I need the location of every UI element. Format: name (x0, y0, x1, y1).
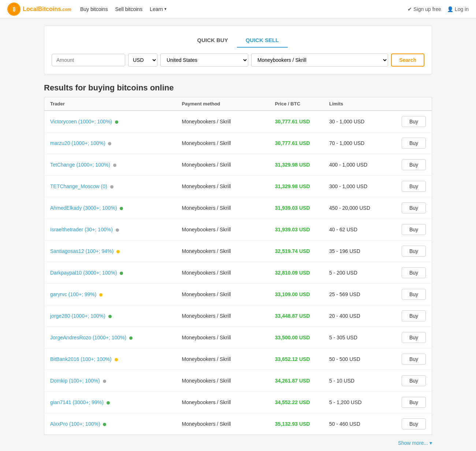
nav-sell-bitcoins[interactable]: Sell bitcoins (115, 6, 142, 12)
search-button[interactable]: Search (391, 53, 424, 67)
sign-up-button[interactable]: ✔ Sign up free (408, 6, 441, 12)
trader-cell: Victorycoen (1000+; 100%) (44, 111, 176, 133)
trader-link[interactable]: Domkip (100+; 100%) (50, 378, 100, 384)
price-cell: 30,777.61 USD (269, 133, 323, 154)
limits-cell: 50 - 500 USD (323, 348, 393, 370)
checkmark-icon: ✔ (408, 6, 412, 12)
buy-button[interactable]: Buy (402, 224, 426, 235)
price-cell: 33,448.87 USD (269, 305, 323, 327)
table-row: TetChange (1000+; 100%) Moneybookers / S… (44, 154, 432, 176)
logo: ₿ LocalBitcoins.com (7, 3, 71, 16)
limits-cell: 300 - 1,000 USD (323, 176, 393, 197)
action-cell: Buy (393, 284, 432, 305)
payment-cell: Moneybookers / Skrill (176, 219, 269, 241)
buy-button[interactable]: Buy (402, 246, 426, 257)
action-cell: Buy (393, 176, 432, 197)
nav-buy-bitcoins[interactable]: Buy bitcoins (80, 6, 108, 12)
header: ₿ LocalBitcoins.com Buy bitcoins Sell bi… (0, 0, 476, 18)
trader-status-dot (115, 358, 118, 361)
action-cell: Buy (393, 154, 432, 176)
amount-input[interactable] (52, 54, 125, 66)
main-content: QUICK BUY QUICK SELL USD EUR GBP BTC Uni… (37, 18, 439, 451)
trader-status-dot (115, 120, 118, 124)
trader-link[interactable]: Santiagosas12 (100+; 94%) (50, 248, 114, 254)
buy-button[interactable]: Buy (402, 375, 426, 386)
header-right: ✔ Sign up free 👤 Log in (408, 6, 469, 12)
buy-button[interactable]: Buy (402, 289, 426, 300)
table-row: jorge280 (1000+; 100%) Moneybookers / Sk… (44, 305, 432, 327)
trader-link[interactable]: AlxxPro (100+; 100%) (50, 421, 100, 427)
table-header: Trader Payment method Price / BTC Limits (44, 97, 432, 111)
table-row: Israelthetrader (30+; 100%) Moneybookers… (44, 219, 432, 241)
buy-button[interactable]: Buy (402, 181, 426, 192)
table-row: Santiagosas12 (100+; 94%) Moneybookers /… (44, 241, 432, 262)
buy-button[interactable]: Buy (402, 202, 426, 213)
trader-link[interactable]: jorge280 (1000+; 100%) (50, 313, 105, 319)
nav-learn[interactable]: Learn ▾ (150, 6, 167, 12)
trader-link[interactable]: Israelthetrader (30+; 100%) (50, 227, 113, 232)
trader-link[interactable]: garyrvc (100+; 99%) (50, 291, 96, 297)
chevron-down-icon: ▾ (164, 7, 167, 11)
trader-cell: JorgeAndresRozo (1000+; 100%) (44, 327, 176, 348)
trader-cell: garyrvc (100+; 99%) (44, 284, 176, 305)
trader-link[interactable]: JorgeAndresRozo (1000+; 100%) (50, 335, 126, 340)
buy-button[interactable]: Buy (402, 332, 426, 343)
trader-status-dot (103, 423, 106, 426)
search-box: QUICK BUY QUICK SELL USD EUR GBP BTC Uni… (44, 26, 432, 74)
trader-link[interactable]: marzu20 (1000+; 100%) (50, 140, 105, 146)
tab-quick-buy[interactable]: QUICK BUY (188, 33, 237, 48)
payment-cell: Moneybookers / Skrill (176, 176, 269, 197)
buy-button[interactable]: Buy (402, 354, 426, 365)
buy-button[interactable]: Buy (402, 138, 426, 149)
limits-cell: 50 - 460 USD (323, 413, 393, 435)
payment-cell: Moneybookers / Skrill (176, 348, 269, 370)
nav: Buy bitcoins Sell bitcoins Learn ▾ (80, 6, 408, 12)
payment-cell: Moneybookers / Skrill (176, 154, 269, 176)
payment-cell: Moneybookers / Skrill (176, 133, 269, 154)
buy-button[interactable]: Buy (402, 418, 426, 429)
trader-link[interactable]: BitBank2016 (100+; 100%) (50, 356, 112, 362)
buy-button[interactable]: Buy (402, 397, 426, 408)
trader-cell: AhmedElkady (3000+; 100%) (44, 197, 176, 219)
trader-link[interactable]: Victorycoen (1000+; 100%) (50, 119, 112, 124)
payment-cell: Moneybookers / Skrill (176, 262, 269, 284)
limits-cell: 30 - 1,000 USD (323, 111, 393, 133)
buy-button[interactable]: Buy (402, 116, 426, 127)
payment-select[interactable]: Moneybookers / Skrill PayPal Bank Transf… (251, 53, 388, 67)
payment-cell: Moneybookers / Skrill (176, 370, 269, 392)
buy-button[interactable]: Buy (402, 267, 426, 278)
search-controls: USD EUR GBP BTC United States United Kin… (52, 53, 424, 67)
action-cell: Buy (393, 413, 432, 435)
currency-select[interactable]: USD EUR GBP BTC (128, 53, 157, 67)
col-header-limits: Limits (323, 97, 393, 111)
price-cell: 34,552.22 USD (269, 392, 323, 413)
col-header-action (393, 97, 432, 111)
buy-button[interactable]: Buy (402, 310, 426, 321)
trader-status-dot (108, 142, 111, 145)
action-cell: Buy (393, 348, 432, 370)
trader-cell: TETChange_Moscow (0) (44, 176, 176, 197)
payment-cell: Moneybookers / Skrill (176, 111, 269, 133)
action-cell: Buy (393, 370, 432, 392)
trader-link[interactable]: gian7141 (3000+; 99%) (50, 399, 104, 405)
log-in-button[interactable]: 👤 Log in (447, 6, 469, 12)
trader-cell: jorge280 (1000+; 100%) (44, 305, 176, 327)
trader-status-dot (108, 315, 112, 318)
tab-quick-sell[interactable]: QUICK SELL (237, 33, 288, 48)
payment-cell: Moneybookers / Skrill (176, 241, 269, 262)
buy-button[interactable]: Buy (402, 159, 426, 170)
trader-link[interactable]: TETChange_Moscow (0) (50, 183, 107, 189)
trader-link[interactable]: Darkpaypal10 (3000+; 100%) (50, 270, 117, 276)
show-more-container: Show more... ▾ (44, 435, 432, 451)
limits-cell: 5 - 305 USD (323, 327, 393, 348)
show-more-link[interactable]: Show more... ▾ (398, 440, 432, 446)
tabs: QUICK BUY QUICK SELL (52, 33, 424, 48)
table-row: AhmedElkady (3000+; 100%) Moneybookers /… (44, 197, 432, 219)
trader-link[interactable]: AhmedElkady (3000+; 100%) (50, 205, 117, 211)
country-select[interactable]: United States United Kingdom Germany Fra… (160, 53, 248, 67)
trader-cell: Santiagosas12 (100+; 94%) (44, 241, 176, 262)
price-cell: 33,109.00 USD (269, 284, 323, 305)
trader-link[interactable]: TetChange (1000+; 100%) (50, 162, 110, 168)
limits-cell: 5 - 1,200 USD (323, 392, 393, 413)
trader-cell: Darkpaypal10 (3000+; 100%) (44, 262, 176, 284)
